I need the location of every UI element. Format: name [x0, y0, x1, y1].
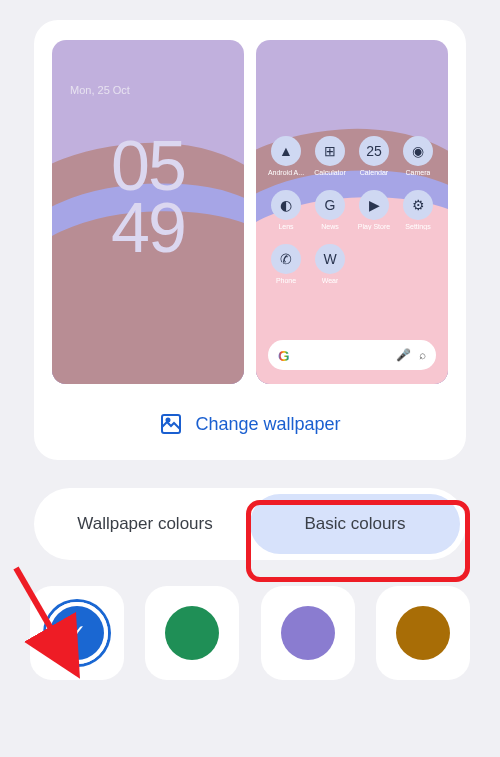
google-search-bar[interactable]: G 🎤 ⌕: [268, 340, 436, 370]
app-label: Phone: [276, 277, 296, 284]
colour-swatch-1[interactable]: ✓: [145, 586, 239, 680]
app-label: Android A...: [268, 169, 304, 176]
app-icon[interactable]: GNews: [310, 190, 350, 230]
preview-row: Mon, 25 Oct 05 49 ▲Android A...⊞Calculat…: [50, 40, 450, 384]
app-glyph-icon: ✆: [271, 244, 301, 274]
app-glyph-icon: ◐: [271, 190, 301, 220]
lock-time: 05 49: [52, 136, 244, 259]
app-icon[interactable]: ⊞Calculator: [310, 136, 350, 176]
basic-colours-row: ✓✓✓✓: [30, 586, 470, 680]
app-icon[interactable]: ◉Camera: [398, 136, 438, 176]
app-glyph-icon: ⊞: [315, 136, 345, 166]
colour-swatch-3[interactable]: ✓: [376, 586, 470, 680]
tab-basic-colours[interactable]: Basic colours: [250, 494, 460, 554]
app-label: News: [321, 223, 339, 230]
change-wallpaper-label: Change wallpaper: [195, 414, 340, 435]
check-icon: ✓: [68, 620, 86, 646]
colour-swatch-2[interactable]: ✓: [261, 586, 355, 680]
app-label: Settings: [405, 223, 430, 230]
lock-date: Mon, 25 Oct: [70, 84, 130, 96]
colour-dot: [281, 606, 335, 660]
app-label: Wear: [322, 277, 339, 284]
app-glyph-icon: ⚙: [403, 190, 433, 220]
app-glyph-icon: 25: [359, 136, 389, 166]
wallpaper-icon: [159, 412, 183, 436]
app-icon[interactable]: ⚙Settings: [398, 190, 438, 230]
colour-dot: [396, 606, 450, 660]
app-glyph-icon: ◉: [403, 136, 433, 166]
app-glyph-icon: ▲: [271, 136, 301, 166]
tab-basic-label: Basic colours: [304, 514, 405, 534]
app-icon[interactable]: 25Calendar: [354, 136, 394, 176]
google-g-icon: G: [278, 347, 290, 364]
app-label: Lens: [278, 223, 293, 230]
app-icon[interactable]: ▲Android A...: [266, 136, 306, 176]
app-label: Play Store: [358, 223, 390, 230]
mic-icon: 🎤: [396, 348, 411, 362]
app-glyph-icon: W: [315, 244, 345, 274]
app-icon[interactable]: ✆Phone: [266, 244, 306, 284]
app-icon-grid: ▲Android A...⊞Calculator25Calendar◉Camer…: [266, 136, 438, 284]
app-glyph-icon: G: [315, 190, 345, 220]
wallpaper-preview-card: Mon, 25 Oct 05 49 ▲Android A...⊞Calculat…: [34, 20, 466, 460]
tab-wallpaper-colours[interactable]: Wallpaper colours: [40, 494, 250, 554]
colour-dot: [165, 606, 219, 660]
lock-time-minutes: 49: [52, 198, 244, 260]
lockscreen-preview[interactable]: Mon, 25 Oct 05 49: [52, 40, 244, 384]
lens-icon: ⌕: [419, 348, 426, 362]
app-icon[interactable]: WWear: [310, 244, 350, 284]
app-icon[interactable]: ◐Lens: [266, 190, 306, 230]
app-icon[interactable]: ▶Play Store: [354, 190, 394, 230]
color-source-tabs: Wallpaper colours Basic colours: [34, 488, 466, 560]
change-wallpaper-button[interactable]: Change wallpaper: [50, 412, 450, 436]
colour-swatch-0[interactable]: ✓: [30, 586, 124, 680]
app-label: Calendar: [360, 169, 388, 176]
app-label: Camera: [406, 169, 431, 176]
tab-wallpaper-label: Wallpaper colours: [77, 514, 212, 534]
app-label: Calculator: [314, 169, 346, 176]
app-glyph-icon: ▶: [359, 190, 389, 220]
svg-point-1: [167, 419, 170, 422]
homescreen-preview[interactable]: ▲Android A...⊞Calculator25Calendar◉Camer…: [256, 40, 448, 384]
